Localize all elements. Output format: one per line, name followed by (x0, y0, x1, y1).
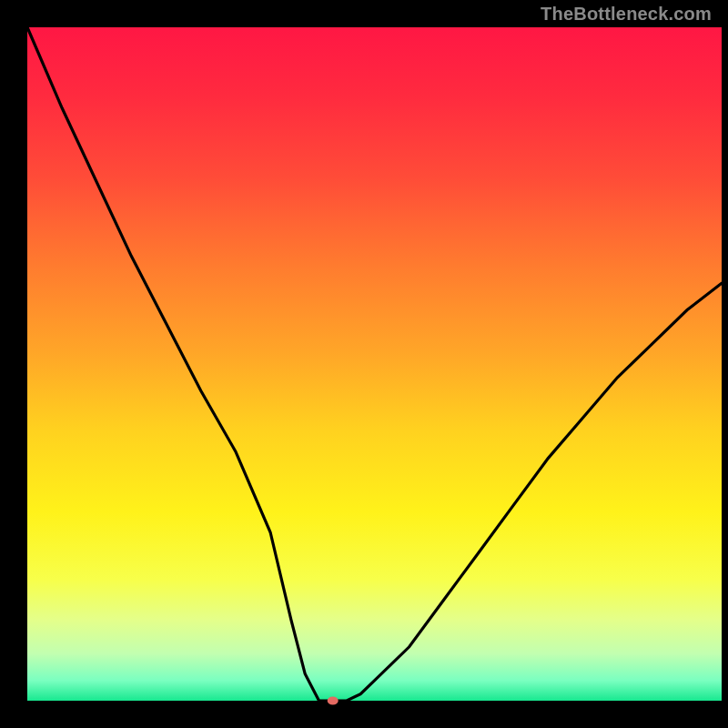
optimal-marker (328, 697, 339, 705)
plot-background (27, 27, 722, 701)
bottleneck-chart (0, 0, 728, 728)
watermark-text: TheBottleneck.com (541, 4, 712, 25)
chart-frame: TheBottleneck.com (0, 0, 728, 728)
